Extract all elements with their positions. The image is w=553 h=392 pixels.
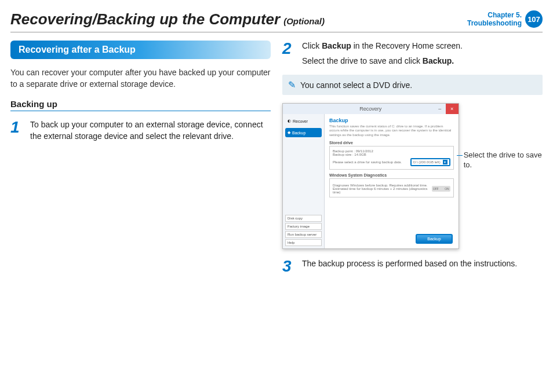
sidebar-item-recover[interactable]: ◐ Recover: [285, 116, 322, 126]
step-2-number: 2: [282, 41, 295, 67]
step-2-line2-pre: Select the drive to save and click: [302, 56, 423, 65]
step-2-pre: Click: [302, 41, 322, 50]
select-drive-row: Please select a drive for saving backup …: [333, 158, 450, 166]
main-description: This function saves the current status o…: [329, 124, 454, 137]
page-header: Recovering/Backing up the Computer (Opti…: [0, 0, 553, 28]
step-1-number: 1: [10, 119, 23, 142]
window-title: Recovery: [359, 106, 381, 112]
chapter-text: Chapter 5. Troubleshooting: [467, 11, 522, 28]
section-heading-pill: Recovering after a Backup: [10, 41, 271, 59]
sub-heading: Backing up: [10, 99, 271, 109]
toggle-on-label: ON: [445, 187, 449, 190]
diag-toggle[interactable]: OFF ON: [432, 186, 450, 192]
step-1: 1 To back up your computer to an externa…: [10, 119, 271, 142]
content-columns: Recovering after a Backup You can recove…: [0, 41, 553, 283]
step-2-text: Click Backup in the Recovery Home screen…: [302, 41, 543, 67]
left-column: Recovering after a Backup You can recove…: [10, 41, 271, 283]
page-number-badge: 107: [525, 10, 543, 28]
note-box: ✎ You cannot select a DVD drive.: [282, 75, 543, 95]
sidebar-backup-label: Backup: [292, 131, 305, 135]
sidebar-factory-image[interactable]: Factory image: [285, 223, 322, 230]
chapter-line2: Troubleshooting: [467, 19, 522, 27]
recovery-window: Recovery – × ◐ Recover ◆ Back: [282, 103, 459, 249]
chapter-block: Chapter 5. Troubleshooting 107: [467, 10, 543, 28]
main-heading: Backup: [329, 118, 454, 123]
diag-text: Diagnoses Windows before backup. Require…: [333, 184, 432, 194]
chevron-down-icon: ▾: [443, 160, 448, 164]
callout-leader-line: [457, 155, 463, 156]
note-text: You cannot select a DVD drive.: [300, 80, 412, 90]
step-3: 3 The backup process is performed based …: [282, 258, 543, 274]
drive-dropdown-value: D:\ (200.0GB left): [413, 160, 441, 164]
step-2: 2 Click Backup in the Recovery Home scre…: [282, 41, 543, 67]
step-3-text: The backup process is performed based on…: [302, 258, 543, 274]
callout-text: Select the drive to save to.: [464, 151, 542, 169]
sidebar-disk-copy[interactable]: Disk copy: [285, 215, 322, 222]
recover-icon: ◐: [288, 119, 291, 123]
diag-card: Diagnoses Windows before backup. Require…: [329, 178, 454, 197]
sidebar-nav: ◐ Recover ◆ Backup: [285, 116, 322, 140]
drive-dropdown[interactable]: D:\ (200.0GB left) ▾: [410, 158, 450, 166]
window-titlebar: Recovery – ×: [283, 104, 459, 114]
main-pane: Backup This function saves the current s…: [325, 114, 459, 248]
sidebar-item-backup[interactable]: ◆ Backup: [285, 128, 322, 137]
backup-icon: ◆: [288, 130, 290, 135]
diag-heading: Windows System Diagnostics: [329, 173, 454, 177]
right-column: 2 Click Backup in the Recovery Home scre…: [282, 41, 543, 283]
step-2-bold2: Backup.: [423, 56, 454, 65]
screenshot-row: Recovery – × ◐ Recover ◆ Back: [282, 103, 543, 249]
step-1-text: To back up your computer to an external …: [30, 119, 271, 142]
sidebar-help[interactable]: Help: [285, 239, 322, 246]
header-divider: [10, 32, 543, 32]
backup-button[interactable]: Backup: [416, 234, 452, 244]
close-button[interactable]: ×: [446, 104, 459, 114]
step-3-number: 3: [282, 258, 295, 274]
intro-paragraph: You can recover your computer after you …: [10, 67, 271, 90]
page-title: Recovering/Backing up the Computer: [10, 10, 280, 28]
step-2-bold1: Backup: [322, 41, 351, 50]
title-optional: (Optional): [283, 16, 325, 26]
toggle-off-label: OFF: [433, 187, 439, 190]
sidebar-recover-label: Recover: [293, 119, 308, 123]
stored-drive-label: Stored drive: [329, 141, 454, 145]
step-2-mid: in the Recovery Home screen.: [351, 41, 463, 50]
title-block: Recovering/Backing up the Computer (Opti…: [10, 10, 325, 28]
sidebar: ◐ Recover ◆ Backup Disk copy Factory ima…: [283, 114, 325, 248]
note-icon: ✎: [288, 79, 296, 90]
select-prompt: Please select a drive for saving backup …: [333, 160, 402, 164]
chapter-line1: Chapter 5.: [467, 11, 522, 19]
callout: Select the drive to save to.: [464, 151, 543, 170]
minimize-button[interactable]: –: [434, 104, 446, 114]
sub-heading-divider: [10, 111, 271, 111]
window-body: ◐ Recover ◆ Backup Disk copy Factory ima…: [283, 114, 459, 248]
sidebar-bottom-list: Disk copy Factory image Run backup serve…: [285, 214, 322, 246]
backup-size: Backup size : 14.0GB: [333, 153, 450, 156]
stored-drive-card: Backup point : 09/11/2012 Backup size : …: [329, 146, 454, 170]
sidebar-run-backup-server[interactable]: Run backup server: [285, 231, 322, 238]
